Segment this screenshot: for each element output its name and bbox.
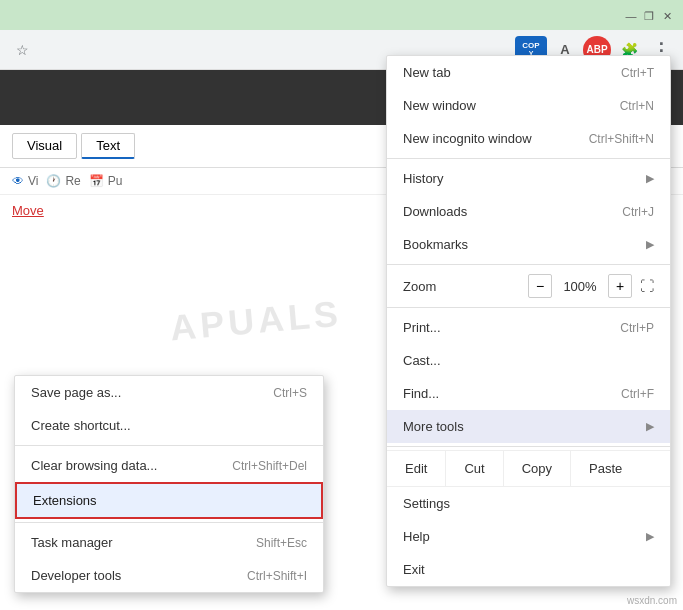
ctx-developer-tools[interactable]: Developer tools Ctrl+Shift+I (15, 559, 323, 592)
zoom-value: 100% (560, 279, 600, 294)
menu-divider-3 (387, 307, 670, 308)
menu-item-downloads[interactable]: Downloads Ctrl+J (387, 195, 670, 228)
menu-item-more-tools[interactable]: More tools ▶ (387, 410, 670, 443)
zoom-controls: − 100% + ⛶ (528, 274, 654, 298)
menu-item-cast[interactable]: Cast... (387, 344, 670, 377)
menu-divider-1 (387, 158, 670, 159)
menu-divider-4 (387, 446, 670, 447)
zoom-minus-button[interactable]: − (528, 274, 552, 298)
ctx-save-page[interactable]: Save page as... Ctrl+S (15, 376, 323, 409)
restore-button[interactable]: ❐ (641, 8, 657, 24)
watermark: wsxdn.com (627, 595, 677, 606)
minimize-button[interactable]: — (623, 8, 639, 24)
menu-item-new-window[interactable]: New window Ctrl+N (387, 89, 670, 122)
menu-item-help[interactable]: Help ▶ (387, 520, 670, 553)
tab-visual[interactable]: Visual (12, 133, 77, 159)
menu-item-settings[interactable]: Settings (387, 487, 670, 520)
menu-item-incognito[interactable]: New incognito window Ctrl+Shift+N (387, 122, 670, 155)
edit-button[interactable]: Edit (387, 451, 446, 486)
menu-item-exit[interactable]: Exit (387, 553, 670, 586)
more-tools-submenu: Save page as... Ctrl+S Create shortcut..… (14, 375, 324, 593)
zoom-plus-button[interactable]: + (608, 274, 632, 298)
edit-submenu: Edit Cut Copy Paste (387, 450, 670, 487)
bookmark-icon[interactable]: ☆ (8, 36, 36, 64)
ctx-clear-browsing[interactable]: Clear browsing data... Ctrl+Shift+Del (15, 449, 323, 482)
zoom-row: Zoom − 100% + ⛶ (387, 268, 670, 304)
left-menu-divider (15, 445, 323, 446)
left-menu-divider-2 (15, 522, 323, 523)
zoom-fullscreen-icon[interactable]: ⛶ (640, 278, 654, 294)
copy-button[interactable]: Copy (504, 451, 571, 486)
title-bar: — ❐ ✕ (623, 0, 683, 24)
copy-ext-label: COP (522, 42, 539, 51)
tab-text[interactable]: Text (81, 133, 135, 159)
paste-button[interactable]: Paste (571, 451, 640, 486)
ctx-extensions[interactable]: Extensions (15, 482, 323, 519)
publish-icon-item: 📅 Pu (89, 174, 123, 188)
zoom-label: Zoom (403, 279, 436, 294)
menu-item-new-tab[interactable]: New tab Ctrl+T (387, 56, 670, 89)
ctx-task-manager[interactable]: Task manager Shift+Esc (15, 526, 323, 559)
ctx-create-shortcut[interactable]: Create shortcut... (15, 409, 323, 442)
browser-window: — ❐ ✕ ☆ COP Y A ABP 🧩 ⋮ Visual Text (0, 0, 683, 610)
close-button[interactable]: ✕ (659, 8, 675, 24)
view-icon-item: 👁 Vi (12, 174, 38, 188)
refresh-icon-item: 🕐 Re (46, 174, 80, 188)
menu-item-history[interactable]: History ▶ (387, 162, 670, 195)
menu-item-print[interactable]: Print... Ctrl+P (387, 311, 670, 344)
cut-button[interactable]: Cut (446, 451, 503, 486)
menu-item-bookmarks[interactable]: Bookmarks ▶ (387, 228, 670, 261)
menu-divider-2 (387, 264, 670, 265)
main-context-menu: New tab Ctrl+T New window Ctrl+N New inc… (386, 55, 671, 587)
menu-item-find[interactable]: Find... Ctrl+F (387, 377, 670, 410)
